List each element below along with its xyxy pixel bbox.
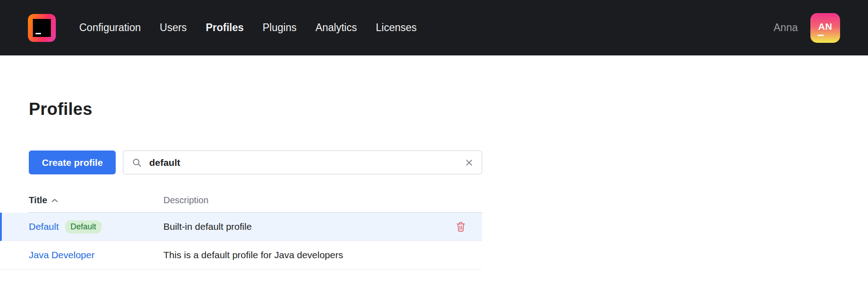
column-header-title-label: Title: [29, 195, 47, 205]
profile-description: Built-in default profile: [163, 221, 456, 232]
top-navigation-bar: Configuration Users Profiles Plugins Ana…: [0, 0, 868, 55]
delete-profile-button[interactable]: [456, 221, 466, 233]
nav-item-licenses[interactable]: Licenses: [376, 22, 417, 34]
main-content: Profiles Create profile: [0, 100, 868, 269]
toolbar: Create profile: [29, 151, 868, 174]
main-nav: Configuration Users Profiles Plugins Ana…: [79, 22, 417, 34]
column-header-description: Description: [163, 195, 208, 205]
clear-search-button[interactable]: [465, 158, 474, 167]
table-row[interactable]: Java Developer This is a default profile…: [0, 241, 482, 269]
column-header-title[interactable]: Title: [29, 195, 163, 205]
page-title: Profiles: [29, 100, 868, 119]
avatar-underscore: [818, 35, 824, 36]
topbar-user-area: Anna AN: [773, 13, 840, 43]
profiles-table: Title Description Default Default Built-…: [0, 195, 482, 269]
avatar-initials: AN: [818, 21, 832, 32]
profile-title-cell: Java Developer: [29, 250, 163, 260]
profile-link-default[interactable]: Default: [29, 221, 59, 232]
profile-description: This is a default profile for Java devel…: [163, 250, 482, 260]
profile-link-java-developer[interactable]: Java Developer: [29, 250, 95, 260]
nav-item-analytics[interactable]: Analytics: [316, 22, 357, 34]
search-icon: [131, 157, 142, 168]
profile-title-cell: Default Default: [29, 220, 163, 233]
nav-item-profiles[interactable]: Profiles: [206, 22, 244, 34]
create-profile-button[interactable]: Create profile: [29, 151, 116, 174]
sort-ascending-icon: [51, 198, 58, 203]
jetbrains-logo[interactable]: [28, 14, 56, 42]
search-input[interactable]: [148, 157, 465, 169]
user-name: Anna: [773, 22, 798, 34]
nav-item-configuration[interactable]: Configuration: [79, 22, 141, 34]
default-badge: Default: [65, 220, 102, 233]
search-box: [123, 151, 482, 174]
app: Configuration Users Profiles Plugins Ana…: [0, 0, 868, 269]
avatar[interactable]: AN: [810, 13, 840, 43]
nav-item-users[interactable]: Users: [160, 22, 187, 34]
nav-item-plugins[interactable]: Plugins: [262, 22, 296, 34]
table-row[interactable]: Default Default Built-in default profile: [0, 213, 482, 241]
table-header: Title Description: [29, 195, 482, 213]
